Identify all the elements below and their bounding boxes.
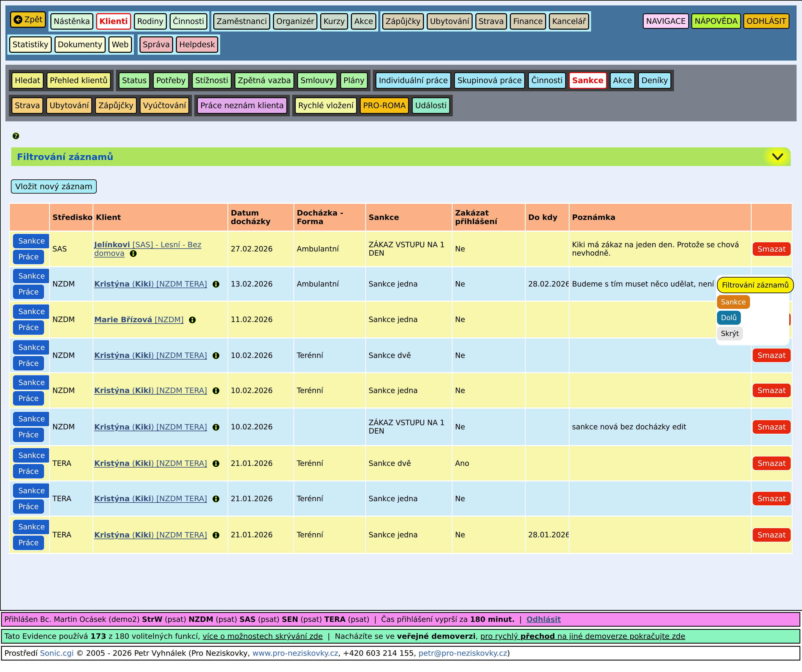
delete-button[interactable]: Smazat bbox=[752, 348, 791, 363]
back-button[interactable]: Zpět bbox=[10, 11, 46, 28]
toolbar-button-strava[interactable]: Strava bbox=[11, 97, 43, 114]
nav-button-klienti[interactable]: Klienti bbox=[96, 13, 131, 30]
nav-button-rodiny[interactable]: Rodiny bbox=[134, 13, 167, 30]
client-link[interactable]: Kristýna (Kiki) [NZDM TERA] bbox=[94, 494, 207, 503]
delete-button[interactable]: Smazat bbox=[752, 491, 791, 506]
client-link[interactable]: Kristýna (Kiki) [NZDM TERA] bbox=[94, 423, 207, 431]
nav-button-finance[interactable]: Finance bbox=[510, 13, 546, 30]
footer-link-sonic-cgi[interactable]: Sonic.cgi bbox=[40, 649, 74, 657]
popup-item-filtrovani-zaznamu[interactable]: Filtrování záznamů bbox=[717, 277, 794, 293]
info-icon[interactable] bbox=[212, 495, 220, 502]
filter-collapse-toggle[interactable] bbox=[766, 147, 789, 166]
toolbar-button-plany[interactable]: Plány bbox=[340, 72, 368, 89]
nav-button-sprava[interactable]: Správa bbox=[139, 36, 173, 53]
row-sankce-button[interactable]: Sankce bbox=[12, 233, 49, 249]
row-action-popup: Filtrování záznamůSankceDolůSkrýt bbox=[716, 275, 789, 346]
toolbar-button-hledat[interactable]: Hledat bbox=[11, 72, 44, 89]
info-icon[interactable] bbox=[130, 250, 137, 257]
info-icon[interactable] bbox=[212, 281, 220, 288]
help-icon[interactable]: ? bbox=[12, 132, 19, 139]
nav-button-dokumenty[interactable]: Dokumenty bbox=[55, 36, 106, 53]
footer-link-petr-pro-neziskovky-cz[interactable]: petr@pro-neziskovky.cz bbox=[419, 649, 507, 657]
toolbar-button-ubytovani[interactable]: Ubytování bbox=[46, 97, 92, 114]
nav-button-napoveda[interactable]: NÁPOVĚDA bbox=[691, 13, 741, 29]
toolbar-button-rychle-vlozeni[interactable]: Rychlé vložení bbox=[295, 97, 357, 114]
toolbar-button-zapujcky[interactable]: Zápůjčky bbox=[95, 97, 137, 114]
nav-button-zapujcky[interactable]: Zápůjčky bbox=[382, 13, 424, 30]
nav-button-akce[interactable]: Akce bbox=[351, 13, 376, 30]
row-sankce-button[interactable]: Sankce bbox=[12, 339, 49, 355]
nav-button-kancelar[interactable]: Kancelář bbox=[549, 13, 589, 30]
client-link[interactable]: Kristýna (Kiki) [NZDM TERA] bbox=[94, 531, 207, 539]
row-sankce-button[interactable]: Sankce bbox=[12, 411, 49, 427]
toolbar-button-deniky[interactable]: Deníky bbox=[638, 72, 671, 89]
nav-button-cinnosti[interactable]: Činnosti bbox=[170, 13, 208, 30]
toolbar-button-cinnosti[interactable]: Činnosti bbox=[528, 72, 566, 89]
row-sankce-button[interactable]: Sankce bbox=[12, 447, 49, 463]
toolbar-button-prehled-klientu[interactable]: Přehled klientů bbox=[47, 72, 111, 89]
client-link[interactable]: Marie Břízová [NZDM] bbox=[94, 315, 184, 324]
row-prace-button[interactable]: Práce bbox=[12, 355, 45, 371]
nav-button-zamestnanci[interactable]: Zaměstnanci bbox=[213, 13, 270, 30]
toolbar-button-potreby[interactable]: Potřeby bbox=[153, 72, 189, 89]
nav-button-ubytovani[interactable]: Ubytování bbox=[427, 13, 473, 30]
nav-button-kurzy[interactable]: Kurzy bbox=[320, 13, 348, 30]
row-sankce-button[interactable]: Sankce bbox=[12, 375, 49, 390]
delete-button[interactable]: Smazat bbox=[752, 528, 791, 542]
row-prace-button[interactable]: Práce bbox=[12, 320, 45, 335]
delete-button[interactable]: Smazat bbox=[752, 456, 791, 471]
row-prace-button[interactable]: Práce bbox=[12, 391, 45, 406]
info-icon[interactable] bbox=[212, 387, 220, 394]
toolbar-button-udalosti[interactable]: Události bbox=[412, 97, 450, 114]
delete-button[interactable]: Smazat bbox=[752, 242, 791, 257]
cell-sankce: Sankce jedna bbox=[366, 302, 452, 337]
row-prace-button[interactable]: Práce bbox=[12, 249, 45, 265]
nav-button-odhlasit[interactable]: ODHLÁSIT bbox=[743, 13, 789, 29]
popup-item-sankce[interactable]: Sankce bbox=[717, 295, 750, 309]
footer-link-www-pro-neziskovky-cz[interactable]: www.pro-neziskovky.cz bbox=[252, 649, 338, 657]
toolbar-button-pro-roma[interactable]: PRO-ROMA bbox=[360, 97, 409, 114]
toolbar-button-smlouvy[interactable]: Smlouvy bbox=[297, 72, 337, 89]
toolbar-button-akce[interactable]: Akce bbox=[610, 72, 635, 89]
row-sankce-button[interactable]: Sankce bbox=[12, 268, 49, 284]
row-sankce-button[interactable]: Sankce bbox=[12, 304, 49, 320]
info-icon[interactable] bbox=[212, 352, 220, 359]
toolbar-button-vyuctovani[interactable]: Vyúčtování bbox=[140, 97, 189, 114]
toolbar-button-individualni-prace[interactable]: Individuální práce bbox=[375, 72, 451, 89]
toolbar-button-stiznosti[interactable]: Stížnosti bbox=[192, 72, 231, 89]
footer-link-odhlasit[interactable]: Odhlásit bbox=[527, 615, 561, 624]
nav-button-nastenka[interactable]: Nástěnka bbox=[50, 13, 93, 30]
info-icon[interactable] bbox=[212, 460, 220, 467]
toolbar-button-status[interactable]: Status bbox=[119, 72, 150, 89]
toolbar-button-prace-neznam-klienta[interactable]: Práce neznám klienta bbox=[197, 97, 287, 114]
client-link[interactable]: Kristýna (Kiki) [NZDM TERA] bbox=[94, 279, 207, 288]
popup-item-skryt[interactable]: Skrýt bbox=[717, 326, 743, 340]
info-icon[interactable] bbox=[212, 531, 220, 539]
row-prace-button[interactable]: Práce bbox=[12, 464, 45, 479]
row-prace-button[interactable]: Práce bbox=[12, 427, 45, 443]
row-prace-button[interactable]: Práce bbox=[12, 284, 45, 300]
client-link[interactable]: Kristýna (Kiki) [NZDM TERA] bbox=[94, 351, 207, 360]
nav-button-statistiky[interactable]: Statistiky bbox=[9, 36, 52, 53]
nav-button-web[interactable]: Web bbox=[108, 36, 132, 53]
nav-button-strava[interactable]: Strava bbox=[475, 13, 507, 30]
row-sankce-button[interactable]: Sankce bbox=[12, 519, 49, 535]
client-link[interactable]: Kristýna (Kiki) [NZDM TERA] bbox=[94, 386, 207, 395]
popup-item-dolu[interactable]: Dolů bbox=[717, 311, 741, 325]
toolbar-button-sankce[interactable]: Sankce bbox=[569, 72, 607, 89]
row-prace-button[interactable]: Práce bbox=[12, 535, 45, 551]
client-link[interactable]: Jelínkovi [SAS] - Lesní - Bez domova bbox=[94, 241, 201, 257]
row-sankce-button[interactable]: Sankce bbox=[12, 483, 49, 499]
nav-button-navigace[interactable]: NAVIGACE bbox=[643, 13, 689, 29]
nav-button-helpdesk[interactable]: Helpdesk bbox=[176, 36, 218, 53]
delete-button[interactable]: Smazat bbox=[752, 383, 791, 398]
row-prace-button[interactable]: Práce bbox=[12, 499, 45, 514]
info-icon[interactable] bbox=[189, 317, 196, 323]
nav-button-organizer[interactable]: Organizér bbox=[273, 13, 317, 30]
insert-record-button[interactable]: Vložit nový záznam bbox=[11, 179, 97, 194]
info-icon[interactable] bbox=[212, 424, 220, 431]
toolbar-button-zpetna-vazba[interactable]: Zpětná vazba bbox=[234, 72, 294, 89]
delete-button[interactable]: Smazat bbox=[752, 420, 791, 435]
toolbar-button-skupinova-prace[interactable]: Skupinová práce bbox=[454, 72, 525, 89]
client-link[interactable]: Kristýna (Kiki) [NZDM TERA] bbox=[94, 459, 207, 468]
